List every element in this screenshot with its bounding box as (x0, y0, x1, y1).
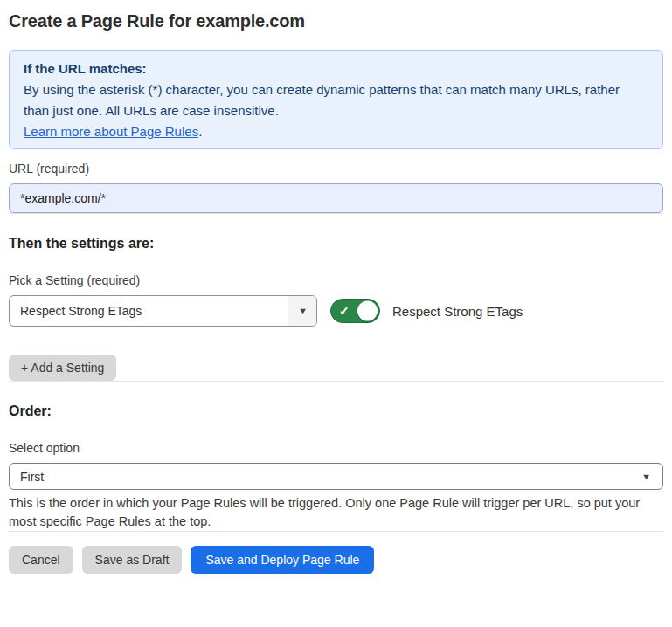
setting-select-arrow-button[interactable]: ▼ (288, 296, 316, 326)
setting-row: Respect Strong ETags ▼ ✓ Respect Strong … (9, 295, 663, 327)
url-input[interactable] (9, 183, 663, 213)
pick-setting-label: Pick a Setting (required) (9, 273, 663, 288)
setting-select[interactable]: Respect Strong ETags ▼ (9, 295, 317, 327)
section-divider (9, 213, 663, 214)
add-setting-button[interactable]: + Add a Setting (9, 355, 116, 381)
link-suffix-period: . (198, 124, 202, 139)
info-box-link-line: Learn more about Page Rules. (24, 121, 648, 142)
url-label: URL (required) (9, 162, 663, 176)
save-deploy-button[interactable]: Save and Deploy Page Rule (191, 546, 374, 574)
order-help-text: This is the order in which your Page Rul… (9, 494, 663, 531)
toggle-knob (357, 301, 378, 321)
check-icon: ✓ (339, 304, 350, 318)
info-box-body: By using the asterisk (*) character, you… (24, 79, 648, 121)
learn-more-link[interactable]: Learn more about Page Rules (24, 124, 198, 139)
section-divider (9, 381, 663, 382)
order-select[interactable]: First ▼ (9, 463, 663, 490)
footer-divider (9, 531, 663, 532)
settings-section-heading: Then the settings are: (9, 235, 663, 252)
create-page-rule-panel: Create a Page Rule for example.com If th… (0, 0, 672, 574)
order-select-caret: ▼ (642, 464, 662, 489)
page-title: Create a Page Rule for example.com (9, 10, 663, 31)
chevron-down-icon: ▼ (297, 307, 307, 315)
chevron-down-icon: ▼ (641, 472, 651, 481)
select-option-label: Select option (9, 441, 663, 456)
etags-toggle[interactable]: ✓ (330, 299, 380, 323)
order-select-value: First (10, 464, 642, 489)
save-draft-button[interactable]: Save as Draft (82, 546, 183, 574)
url-field-group: URL (required) (9, 162, 663, 213)
order-section-heading: Order: (9, 403, 663, 420)
cancel-button[interactable]: Cancel (9, 546, 73, 574)
url-match-info-box: If the URL matches: By using the asteris… (9, 50, 663, 149)
setting-select-value: Respect Strong ETags (10, 296, 288, 326)
footer-actions: Cancel Save as Draft Save and Deploy Pag… (9, 546, 663, 574)
info-box-heading: If the URL matches: (24, 59, 648, 79)
toggle-label: Respect Strong ETags (392, 304, 523, 319)
